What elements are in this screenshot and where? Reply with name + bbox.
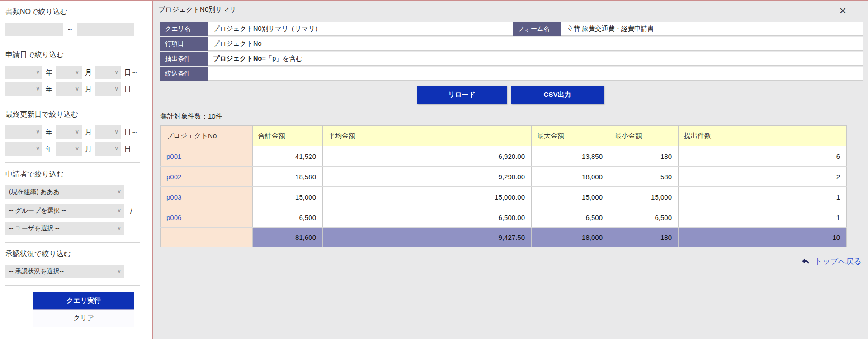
update-date-to-day-select[interactable]: ∨ [95,142,121,156]
update-date-from-day-select[interactable]: ∨ [95,125,121,139]
apply-date-to-month-select[interactable]: ∨ [56,82,82,96]
doc-no-filter-title: 書類NOで絞り込む [5,7,152,17]
table-row: p002 18,580 9,290.00 18,000 580 2 [161,167,847,187]
back-arrow-icon [801,257,811,267]
count-cell: 1 [679,187,847,207]
summary-table: プロジェクトNo 合計金額 平均金額 最大金額 最小金額 提出件数 p001 4… [160,125,847,247]
narrow-condition-value [208,67,863,81]
doc-no-to-input[interactable] [77,23,134,36]
total-row-average-cell: 9,427.50 [323,228,532,247]
close-icon[interactable]: × [840,5,846,16]
doc-no-from-input[interactable] [5,23,63,36]
min-cell: 180 [609,146,679,167]
total-row-min-cell: 180 [609,228,679,247]
update-date-to-month-select[interactable]: ∨ [56,142,82,156]
reload-button[interactable]: リロード [417,86,507,104]
csv-export-button[interactable]: CSV出力 [511,86,604,104]
chevron-down-icon: ∨ [114,69,118,75]
apply-date-to-row: ∨ 年 ∨ 月 ∨ 日 [5,82,152,96]
chevron-down-icon: ∨ [114,129,118,135]
project-link[interactable]: p006 [166,214,181,221]
year-label: 年 [46,68,52,77]
clear-button[interactable]: クリア [33,309,134,327]
column-header-project-no: プロジェクトNo [161,126,253,146]
row-item-value: プロジェクトNo [208,37,863,51]
apply-date-from-month-select[interactable]: ∨ [56,66,82,79]
narrow-condition-label: 絞込条件 [160,67,208,81]
aggregate-count: 集計対象件数：10件 [160,112,868,121]
apply-date-to-day-select[interactable]: ∨ [95,82,121,96]
project-link[interactable]: p002 [166,173,181,181]
max-cell: 15,000 [532,187,609,207]
extract-field: プロジェクトNo [213,54,262,63]
group-select-value: -- グループを選択 -- [9,207,66,215]
update-date-from-row: ∨ 年 ∨ 月 ∨ 日～ [5,125,152,139]
user-select[interactable]: -- ユーザを選択 -- ∨ [5,222,124,235]
divider [5,162,140,163]
year-label: 年 [46,145,52,153]
query-name-value: プロジェクトN0別サマリ（サマリ） [208,22,513,36]
divider [5,242,140,243]
column-header-max: 最大金額 [532,126,609,146]
average-cell: 9,290.00 [323,167,532,187]
project-link[interactable]: p001 [166,153,181,160]
average-cell: 15,000.00 [323,187,532,207]
average-cell: 6,500.00 [323,207,532,228]
chevron-down-icon: ∨ [36,145,40,152]
month-label: 月 [85,145,92,153]
total-cell: 41,520 [253,146,323,167]
group-select-row: -- グループを選択 -- ∨ / [5,204,152,219]
update-date-from-year-select[interactable]: ∨ [5,125,42,139]
extract-cond: =「p」を含む [262,54,302,63]
table-header-row: プロジェクトNo 合計金額 平均金額 最大金額 最小金額 提出件数 [161,126,847,146]
chevron-down-icon: ∨ [117,188,121,195]
day-from-label: 日～ [124,68,138,77]
min-cell: 15,000 [609,187,679,207]
back-to-top-link[interactable]: トップへ戻る [815,256,862,267]
group-select[interactable]: -- グループを選択 -- ∨ [5,204,124,218]
chevron-down-icon: ∨ [75,145,79,152]
apply-date-to-year-select[interactable]: ∨ [5,82,42,96]
total-row-total-cell: 81,600 [253,228,323,247]
range-tilde: ～ [66,25,73,34]
run-query-button[interactable]: クエリ実行 [33,292,134,309]
row-item-label: 行項目 [160,37,208,51]
day-from-label: 日～ [124,128,138,137]
apply-date-from-year-select[interactable]: ∨ [5,66,42,79]
update-date-to-row: ∨ 年 ∨ 月 ∨ 日 [5,142,152,156]
user-select-value: -- ユーザを選択 -- [9,224,59,233]
count-cell: 6 [679,146,847,167]
apply-date-from-day-select[interactable]: ∨ [95,66,121,79]
project-cell: p006 [161,207,253,228]
day-to-label: 日 [124,145,131,153]
query-name-label: クエリ名 [160,22,208,36]
total-cell: 15,000 [253,187,323,207]
count-cell: 1 [679,207,847,228]
action-buttons: リロード CSV出力 [153,86,868,104]
project-link[interactable]: p003 [166,193,181,201]
table-row: p001 41,520 6,920.00 13,850 180 6 [161,146,847,167]
approval-status-select[interactable]: -- 承認状況を選択-- ∨ [5,265,124,278]
max-cell: 13,850 [532,146,609,167]
month-label: 月 [85,85,92,94]
sidebar-buttons: クエリ実行 クリア [33,292,134,327]
total-row-project-cell [161,228,253,247]
organization-select[interactable]: (現在組織) あああ ∨ [5,185,124,199]
panel-title: プロジェクトN0別サマリ [158,5,236,14]
update-date-from-month-select[interactable]: ∨ [56,125,82,139]
update-date-to-year-select[interactable]: ∨ [5,142,42,156]
chevron-down-icon: ∨ [117,268,121,274]
chevron-down-icon: ∨ [75,129,79,135]
max-cell: 18,000 [532,167,609,187]
total-row-count-cell: 10 [679,228,847,247]
project-cell: p003 [161,187,253,207]
table-total-row: 81,600 9,427.50 18,000 180 10 [161,228,847,247]
applicant-filter-title: 申請者で絞り込む [5,170,152,179]
slash-separator: / [130,207,132,215]
total-row-max-cell: 18,000 [532,228,609,247]
form-name-value: 立替 旅費交通費・経費申請書 [561,22,863,36]
chevron-down-icon: ∨ [36,69,40,75]
doc-no-range: ～ [5,23,152,36]
approval-status-select-value: -- 承認状況を選択-- [9,267,64,276]
table-row: p006 6,500 6,500.00 6,500 6,500 1 [161,207,847,228]
